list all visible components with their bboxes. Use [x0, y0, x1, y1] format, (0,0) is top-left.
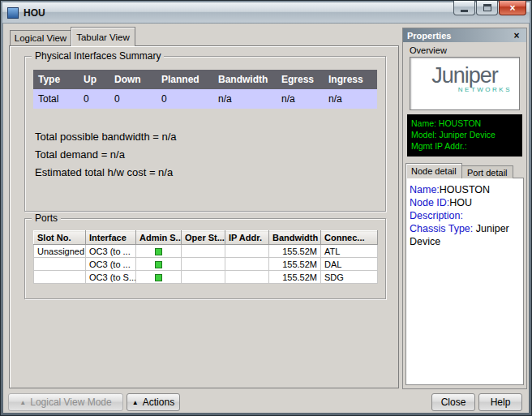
- port-row[interactable]: OC3 (to S... 155.52M SDG: [34, 271, 378, 284]
- port-ip[interactable]: [225, 258, 269, 271]
- port-connec[interactable]: SDG: [321, 271, 378, 284]
- ports-col-connec[interactable]: Connec...: [321, 231, 378, 245]
- port-connec[interactable]: ATL: [321, 245, 378, 258]
- tab-logical-label: Logical View: [15, 33, 66, 43]
- arrow-up-icon: ▲: [132, 399, 139, 406]
- close-window-button[interactable]: ×: [499, 1, 526, 15]
- admin-status-up-icon: [155, 261, 162, 268]
- port-interface[interactable]: OC3 (to ...: [86, 258, 136, 271]
- tab-node-detail[interactable]: Node detail: [405, 163, 462, 178]
- close-label: Close: [441, 397, 466, 408]
- juniper-logo-name: Juniper: [410, 63, 519, 88]
- port-bandwidth[interactable]: 155.52M: [269, 245, 321, 258]
- note-total-demand: Total demand = n/a: [35, 146, 177, 164]
- port-interface[interactable]: OC3 (to S...: [86, 271, 136, 284]
- port-bandwidth[interactable]: 155.52M: [269, 271, 321, 284]
- summary-notes: Total possible bandwidth = n/a Total dem…: [35, 128, 177, 182]
- ports-col-admin[interactable]: Admin S...: [136, 231, 182, 245]
- pi-total-egress[interactable]: n/a: [277, 89, 324, 109]
- overview-line-mgmt-ip: Mgmt IP Addr.:: [411, 140, 518, 152]
- ports-col-slot[interactable]: Slot No.: [34, 231, 86, 245]
- device-overview-box: Name: HOUSTON Model: Juniper Device Mgmt…: [407, 114, 522, 157]
- port-slot[interactable]: Unassigned: [34, 245, 86, 258]
- actions-label: Actions: [143, 397, 174, 408]
- detail-line-description: Description:: [410, 209, 520, 222]
- logical-view-mode-button[interactable]: ▲ Logical View Mode: [8, 393, 123, 411]
- admin-status-up-icon: [155, 248, 162, 255]
- pi-col-egress[interactable]: Egress: [277, 70, 324, 89]
- pi-total-bandwidth[interactable]: n/a: [213, 89, 277, 109]
- port-connec[interactable]: DAL: [321, 258, 378, 271]
- minimize-icon: [461, 10, 468, 12]
- ports-col-ip[interactable]: IP Addr.: [225, 231, 269, 245]
- maximize-icon: [483, 4, 491, 11]
- close-icon: ×: [509, 3, 515, 13]
- ports-group: Ports Slot No. Interface Admin S... Oper…: [24, 218, 386, 299]
- physical-interfaces-group: Physical Interfaces Summary Type Up Down…: [24, 56, 386, 212]
- ports-header-row: Slot No. Interface Admin S... Oper St...…: [34, 231, 378, 245]
- tab-port-detail[interactable]: Port detail: [461, 165, 513, 178]
- pi-total-up[interactable]: 0: [79, 89, 109, 109]
- pi-col-bandwidth[interactable]: Bandwidth: [213, 70, 277, 89]
- pi-total-down[interactable]: 0: [109, 89, 157, 109]
- maximize-button[interactable]: [476, 1, 498, 15]
- minimize-button[interactable]: [453, 1, 475, 15]
- port-row[interactable]: Unassigned OC3 (to ... 155.52M ATL: [34, 245, 378, 258]
- overview-line-name: Name: HOUSTON: [411, 118, 518, 129]
- port-ip[interactable]: [225, 271, 269, 284]
- ports-col-bandwidth[interactable]: Bandwidth: [269, 231, 321, 245]
- close-button[interactable]: Close: [431, 393, 475, 411]
- ports-col-interface[interactable]: Interface: [86, 231, 136, 245]
- properties-panel: Properties × Overview Juniper NETWORKS N…: [402, 28, 527, 389]
- tab-node-detail-label: Node detail: [411, 166, 457, 176]
- ports-title: Ports: [32, 212, 61, 224]
- pi-total-ingress[interactable]: n/a: [324, 89, 377, 109]
- app-window: HOU × Logical View Tabular View Physical…: [0, 0, 532, 416]
- help-button[interactable]: Help: [478, 393, 522, 411]
- port-oper-status[interactable]: [182, 271, 225, 284]
- logical-view-mode-label: Logical View Mode: [30, 397, 112, 408]
- port-interface[interactable]: OC3 (to ...: [86, 245, 136, 258]
- arrow-up-icon: ▲: [19, 399, 26, 406]
- port-row[interactable]: OC3 (to ... 155.52M DAL: [34, 258, 378, 271]
- note-estimated-cost: Estimated total h/w cost = n/a: [35, 164, 177, 182]
- port-oper-status[interactable]: [182, 245, 225, 258]
- tab-logical-view[interactable]: Logical View: [10, 30, 71, 45]
- pi-total-row[interactable]: Total 0 0 0 n/a n/a n/a: [33, 89, 377, 109]
- properties-close-button[interactable]: ×: [511, 30, 522, 41]
- node-detail-panel: Name:HOUSTON Node ID:HOU Description: Ch…: [405, 178, 524, 385]
- pi-col-type[interactable]: Type: [33, 70, 79, 89]
- pi-total-type[interactable]: Total: [33, 89, 79, 109]
- app-icon: [7, 7, 19, 19]
- juniper-logo: Juniper NETWORKS: [410, 57, 520, 110]
- port-slot[interactable]: [34, 271, 86, 284]
- tab-tabular-label: Tabular View: [76, 32, 130, 42]
- port-admin-status[interactable]: [136, 271, 182, 284]
- window-titlebar[interactable]: HOU: [2, 2, 530, 23]
- port-oper-status[interactable]: [182, 258, 225, 271]
- actions-button[interactable]: ▲ Actions: [127, 393, 180, 411]
- port-admin-status[interactable]: [136, 258, 182, 271]
- pi-col-ingress[interactable]: Ingress: [324, 70, 377, 89]
- port-bandwidth[interactable]: 155.52M: [269, 258, 321, 271]
- port-slot[interactable]: [34, 258, 86, 271]
- detail-line-name: Name:HOUSTON: [410, 183, 520, 196]
- pi-col-down[interactable]: Down: [109, 70, 157, 89]
- detail-line-chassis-type: Chassis Type: Juniper Device: [410, 222, 520, 248]
- ports-table: Slot No. Interface Admin S... Oper St...…: [33, 230, 378, 284]
- properties-title: Properties: [407, 31, 451, 41]
- port-ip[interactable]: [225, 245, 269, 258]
- tab-tabular-view[interactable]: Tabular View: [71, 27, 135, 46]
- pi-total-planned[interactable]: 0: [157, 89, 213, 109]
- window-title: HOU: [24, 7, 45, 19]
- ports-col-oper[interactable]: Oper St...: [182, 231, 225, 245]
- tabular-view-panel: Physical Interfaces Summary Type Up Down…: [9, 45, 399, 388]
- window-content: Logical View Tabular View Physical Inter…: [3, 24, 529, 413]
- port-admin-status[interactable]: [136, 245, 182, 258]
- overview-label: Overview: [410, 45, 447, 55]
- pi-header-row: Type Up Down Planned Bandwidth Egress In…: [33, 70, 377, 89]
- pi-col-planned[interactable]: Planned: [157, 70, 213, 89]
- admin-status-up-icon: [155, 274, 162, 281]
- detail-line-node-id: Node ID:HOU: [410, 196, 520, 209]
- pi-col-up[interactable]: Up: [79, 70, 109, 89]
